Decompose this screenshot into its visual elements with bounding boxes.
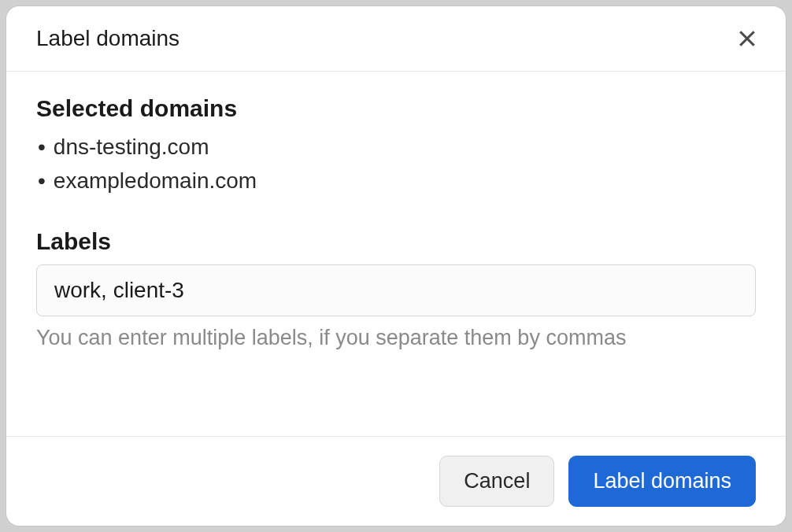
labels-input[interactable] [36,264,756,316]
modal-header: Label domains [6,6,786,72]
label-domains-button[interactable]: Label domains [568,456,756,507]
list-item: • dns-testing.com [36,130,756,164]
domain-name: dns-testing.com [54,130,209,164]
labels-helper-text: You can enter multiple labels, if you se… [36,326,756,350]
label-domains-modal: Label domains Selected domains • dns-tes… [6,6,786,526]
bullet-icon: • [38,164,46,198]
modal-body: Selected domains • dns-testing.com • exa… [6,72,786,436]
close-icon [735,27,759,50]
modal-title: Label domains [36,26,179,51]
bullet-icon: • [38,130,46,164]
modal-footer: Cancel Label domains [6,436,786,526]
close-button[interactable] [732,24,762,54]
list-item: • exampledomain.com [36,164,756,198]
cancel-button[interactable]: Cancel [439,456,554,507]
domain-name: exampledomain.com [54,164,257,198]
selected-domains-list: • dns-testing.com • exampledomain.com [36,130,756,198]
labels-heading: Labels [36,228,756,255]
labels-section: Labels You can enter multiple labels, if… [36,228,756,350]
selected-domains-heading: Selected domains [36,95,756,122]
